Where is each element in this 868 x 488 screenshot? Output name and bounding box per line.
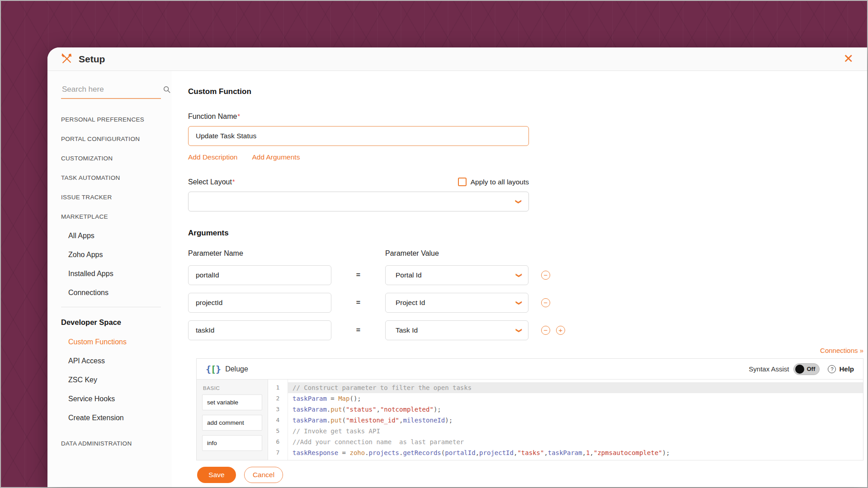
parameter-value-select[interactable]: Project Id❯ (385, 293, 528, 313)
required-asterisk: * (232, 178, 235, 185)
sidebar-item-connections[interactable]: Connections (47, 283, 172, 302)
editor-toolbar-right: Syntax Assist Off ? Help (749, 363, 854, 375)
sidebar-item-personal-preferences[interactable]: PERSONAL PREFERENCES (47, 110, 172, 129)
add-argument-icon[interactable]: + (556, 326, 565, 335)
sidebar-item-issue-tracker[interactable]: ISSUE TRACKER (47, 188, 172, 207)
argument-row: =Portal Id❯− (188, 265, 867, 285)
parameter-name-input[interactable] (188, 293, 331, 313)
chevron-down-icon: ❯ (516, 328, 523, 333)
code-line[interactable]: taskResponse = zoho.projects.getRecords(… (288, 447, 863, 458)
snippet-add-comment[interactable]: add comment (202, 415, 262, 431)
sidebar-item-zoho-apps[interactable]: Zoho Apps (47, 245, 172, 264)
line-number: 5 (268, 426, 288, 436)
arguments-rows: =Portal Id❯−=Project Id❯−=Task Id❯−+ (188, 265, 867, 340)
sidebar-item-zsc-key[interactable]: ZSC Key (47, 371, 172, 389)
chevron-down-icon: ❯ (515, 199, 522, 204)
search-icon[interactable] (163, 85, 171, 94)
help-label: Help (839, 365, 854, 373)
remove-argument-icon[interactable]: − (541, 298, 550, 307)
custom-function-title: Custom Function (188, 87, 867, 96)
arguments-title: Arguments (188, 229, 867, 238)
syntax-assist-state: Off (807, 366, 815, 372)
function-name-label: Function Name* (188, 113, 867, 121)
snippet-list: set variableadd commentinfo (197, 394, 268, 451)
equals-sign: = (331, 271, 385, 279)
add-arguments-link[interactable]: Add Arguments (252, 153, 300, 161)
toggle-knob-icon (795, 365, 804, 374)
sidebar-divider (61, 307, 161, 307)
apply-all-layouts-checkbox-group[interactable]: Apply to all layouts (458, 178, 529, 186)
code-line[interactable]: //Add your connection name as last param… (288, 436, 863, 447)
parameter-name-input[interactable] (188, 265, 331, 285)
setup-modal: Setup ✕ PERSONAL PREFERENCESPORTAL CONFI… (47, 47, 867, 487)
layout-select[interactable]: ❯ (188, 192, 529, 211)
sidebar-item-data-administration[interactable]: DATA ADMINISTRATION (47, 434, 172, 453)
code-line[interactable]: // Construct parameter to filter the ope… (288, 382, 863, 393)
line-number: 4 (268, 415, 288, 426)
equals-sign: = (331, 299, 385, 307)
sidebar-item-task-automation[interactable]: TASK AUTOMATION (47, 168, 172, 188)
chevron-down-icon: ❯ (516, 300, 523, 305)
function-name-input[interactable] (188, 126, 529, 146)
required-asterisk: * (238, 113, 240, 120)
page-title: Setup (79, 54, 105, 65)
sidebar-item-installed-apps[interactable]: Installed Apps (47, 264, 172, 283)
sidebar-item-customization[interactable]: CUSTOMIZATION (47, 149, 172, 168)
sidebar-item-api-access[interactable]: API Access (47, 352, 172, 371)
sidebar-item-custom-functions[interactable]: Custom Functions (47, 333, 172, 352)
add-description-link[interactable]: Add Description (188, 153, 237, 161)
snippet-panel: BASIC set variableadd commentinfo (197, 380, 268, 460)
select-layout-label: Select Layout* (188, 178, 235, 186)
connections-row: Connections » (196, 347, 863, 355)
save-button[interactable]: Save (197, 467, 236, 483)
apply-all-layouts-label: Apply to all layouts (471, 178, 529, 186)
search-input[interactable] (61, 84, 163, 94)
sidebar-item-service-hooks[interactable]: Service Hooks (47, 389, 172, 408)
parameter-value-select[interactable]: Portal Id❯ (385, 265, 528, 285)
editor-body: BASIC set variableadd commentinfo 123456… (197, 380, 863, 460)
snippet-set-variable[interactable]: set variable (202, 394, 262, 410)
action-buttons: Save Cancel (197, 467, 867, 483)
code-line[interactable]: taskParam = Map(); (288, 393, 863, 404)
sidebar-item-developer-space[interactable]: Developer Space (47, 312, 172, 333)
deluge-language-label: Deluge (225, 365, 248, 373)
code-line[interactable]: // Invoke get tasks API (288, 426, 863, 436)
sidebar-menu: PERSONAL PREFERENCESPORTAL CONFIGURATION… (47, 110, 172, 453)
close-icon[interactable]: ✕ (843, 53, 854, 65)
modal-header: Setup ✕ (47, 47, 867, 71)
parameter-name-input[interactable] (188, 320, 331, 340)
help-button[interactable]: ? Help (828, 365, 854, 373)
parameter-name-header: Parameter Name (188, 249, 385, 258)
sidebar-item-create-extension[interactable]: Create Extension (47, 408, 172, 427)
line-number: 3 (268, 404, 288, 415)
line-number: 7 (268, 447, 288, 458)
cancel-button[interactable]: Cancel (244, 467, 283, 483)
code-line[interactable]: taskParam.put("status","notcompleted"); (288, 404, 863, 415)
code-line[interactable]: taskParam.put("milestone_id",milestoneId… (288, 415, 863, 426)
sidebar-item-portal-configuration[interactable]: PORTAL CONFIGURATION (47, 129, 172, 149)
remove-argument-icon[interactable]: − (541, 271, 550, 280)
code-gutter: 1234567 (268, 380, 288, 460)
select-layout-row: Select Layout* Apply to all layouts (188, 178, 529, 186)
connections-link[interactable]: Connections » (820, 347, 863, 354)
line-number: 2 (268, 393, 288, 404)
snippets-header: BASIC (197, 380, 268, 394)
syntax-assist-toggle[interactable]: Off (793, 363, 820, 375)
sidebar-item-all-apps[interactable]: All Apps (47, 226, 172, 245)
remove-argument-icon[interactable]: − (541, 326, 550, 335)
line-number: 6 (268, 436, 288, 447)
parameter-value-select[interactable]: Task Id❯ (385, 320, 528, 340)
deluge-editor: {[} Deluge Syntax Assist Off ? Help BA (196, 358, 863, 460)
argument-row: =Task Id❯−+ (188, 320, 867, 340)
main-content: Custom Function Function Name* Add Descr… (172, 71, 867, 487)
apply-all-layouts-checkbox[interactable] (458, 178, 467, 186)
arguments-headers: Parameter Name Parameter Value (188, 249, 529, 258)
sidebar-item-marketplace[interactable]: MARKETPLACE (47, 207, 172, 226)
parameter-value-header: Parameter Value (385, 249, 439, 258)
sidebar-search (61, 84, 161, 99)
sidebar: PERSONAL PREFERENCESPORTAL CONFIGURATION… (47, 71, 172, 487)
code-lines[interactable]: // Construct parameter to filter the ope… (288, 380, 863, 460)
equals-sign: = (331, 326, 385, 334)
snippet-info[interactable]: info (202, 435, 262, 451)
help-icon: ? (828, 365, 836, 373)
